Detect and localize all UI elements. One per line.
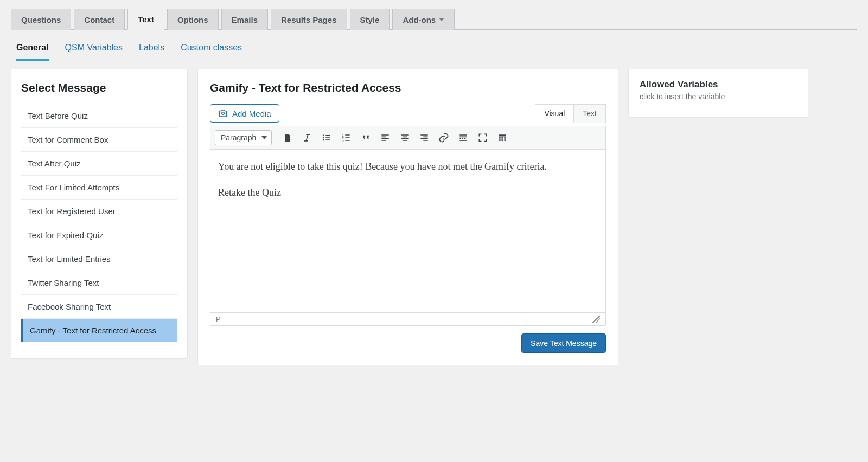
tab-text[interactable]: Text [127,9,164,30]
svg-rect-12 [502,139,503,141]
format-select[interactable]: Paragraph [215,130,272,145]
bullet-list-icon[interactable] [318,130,335,146]
align-center-icon[interactable] [397,130,413,146]
sub-tabs: General QSM Variables Labels Custom clas… [11,37,857,61]
msg-item-limited-entries[interactable]: Text for Limited Entries [21,247,177,271]
msg-item-label: Text After Quiz [28,159,81,168]
tab-label: Style [360,15,380,24]
italic-icon[interactable] [299,130,315,146]
subtab-custom-classes[interactable]: Custom classes [181,37,242,61]
msg-item-text-before-quiz[interactable]: Text Before Quiz [21,104,177,128]
read-more-icon[interactable] [455,130,471,146]
msg-item-label: Text for Expired Quiz [28,230,103,240]
msg-item-label: Text for Comment Box [28,135,108,144]
msg-item-text-after-quiz[interactable]: Text After Quiz [21,152,177,176]
subtab-label: Custom classes [181,43,242,52]
bold-icon[interactable] [279,130,296,146]
subtab-labels[interactable]: Labels [139,37,164,61]
msg-item-label: Twitter Sharing Text [28,278,99,287]
main-tabs: Questions Contact Text Options Emails Re… [11,9,857,30]
tab-label: Options [177,15,208,24]
numbered-list-icon[interactable]: 123 [338,130,354,146]
editor-paragraph: You are not eligible to take this quiz! … [218,159,598,175]
tab-label: Emails [232,15,258,24]
save-button-label: Save Text Message [531,339,597,348]
tab-label: Questions [21,15,61,24]
svg-text:3: 3 [342,139,344,143]
msg-item-label: Text Before Quiz [28,111,88,120]
msg-item-label: Text For Limited Attempts [28,183,119,192]
msg-item-label: Text for Limited Entries [28,254,111,264]
editor-path: P [216,315,221,323]
tab-questions[interactable]: Questions [11,9,71,30]
link-icon[interactable] [436,130,452,146]
msg-item-facebook-sharing[interactable]: Facebook Sharing Text [21,295,177,319]
allowed-variables-title: Allowed Variables [640,79,797,90]
allowed-variables-subtitle: click to insert the variable [640,92,797,101]
chevron-down-icon [439,18,444,21]
msg-item-limited-attempts[interactable]: Text For Limited Attempts [21,176,177,200]
svg-rect-13 [505,139,506,141]
editor-mode-tabs: Visual Text [535,104,606,123]
tab-contact[interactable]: Contact [74,9,125,30]
tab-addons[interactable]: Add-ons [392,9,455,30]
subtab-label: General [16,43,49,52]
quote-icon[interactable] [358,130,374,146]
msg-item-label: Facebook Sharing Text [28,302,111,311]
svg-point-0 [222,112,225,115]
editor-tab-label: Text [583,109,597,118]
svg-rect-7 [499,134,506,136]
editor-content[interactable]: You are not eligible to take this quiz! … [210,150,605,312]
tab-options[interactable]: Options [167,9,219,30]
tab-label: Contact [84,15,114,24]
align-left-icon[interactable] [377,130,393,146]
msg-item-twitter-sharing[interactable]: Twitter Sharing Text [21,271,177,295]
editor-paragraph: Retake the Quiz [218,185,598,201]
msg-item-gamify-restricted[interactable]: Gamify - Text for Restricted Access [21,319,177,342]
msg-item-label: Gamify - Text for Restricted Access [30,326,156,335]
msg-item-expired-quiz[interactable]: Text for Expired Quiz [21,223,177,247]
add-media-label: Add Media [232,109,271,118]
subtab-label: Labels [139,43,164,52]
msg-item-label: Text for Registered User [28,207,116,216]
tab-label: Text [138,15,154,24]
editor-tab-label: Visual [544,109,565,118]
svg-point-2 [323,137,324,139]
allowed-variables-panel: Allowed Variables click to insert the va… [628,69,808,118]
media-icon [218,108,228,118]
tab-label: Results Pages [281,15,337,24]
svg-rect-9 [502,137,503,139]
editor-tab-text[interactable]: Text [573,104,606,123]
select-message-title: Select Message [21,81,177,94]
msg-item-registered-user[interactable]: Text for Registered User [21,200,177,223]
subtab-general[interactable]: General [16,37,49,61]
align-right-icon[interactable] [416,130,432,146]
wysiwyg-editor: Paragraph 123 [210,126,606,326]
subtab-label: QSM Variables [65,43,123,52]
svg-point-1 [323,135,324,137]
tab-label: Add-ons [403,15,436,24]
msg-item-comment-box[interactable]: Text for Comment Box [21,128,177,152]
select-message-panel: Select Message Text Before Quiz Text for… [11,69,188,359]
wysiwyg-toolbar: Paragraph 123 [210,126,605,150]
toolbar-toggle-icon[interactable] [494,130,510,146]
svg-point-3 [323,139,324,141]
message-list: Text Before Quiz Text for Comment Box Te… [21,104,177,342]
tab-style[interactable]: Style [350,9,390,30]
fullscreen-icon[interactable] [475,130,491,146]
resize-handle-icon[interactable] [592,316,600,323]
add-media-button[interactable]: Add Media [210,104,279,123]
editor-title: Gamify - Text for Restricted Access [210,81,606,94]
svg-rect-10 [505,137,506,139]
save-text-message-button[interactable]: Save Text Message [521,333,606,353]
format-select-label: Paragraph [221,133,256,142]
svg-rect-8 [499,137,501,139]
tab-results-pages[interactable]: Results Pages [271,9,347,30]
editor-panel: Gamify - Text for Restricted Access Add … [197,69,618,365]
editor-statusbar: P [210,312,605,325]
subtab-qsm-variables[interactable]: QSM Variables [65,37,123,61]
editor-tab-visual[interactable]: Visual [535,104,574,123]
tab-emails[interactable]: Emails [221,9,268,30]
svg-rect-11 [499,139,501,141]
